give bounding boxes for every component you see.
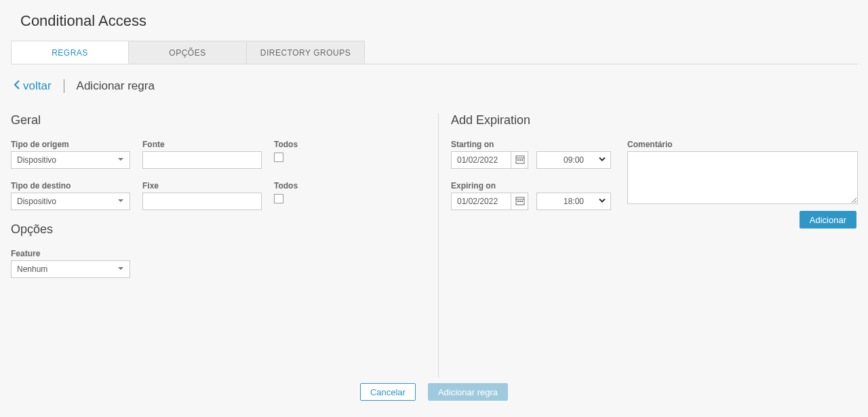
- feature-label: Feature: [11, 249, 130, 258]
- breadcrumb: voltar Adicionar regra: [14, 79, 857, 93]
- chevron-left-icon: [14, 79, 20, 93]
- back-link[interactable]: voltar: [14, 79, 52, 93]
- caret-down-icon: [117, 197, 124, 206]
- fixe-label: Fixe: [142, 181, 262, 191]
- starting-time-value: 09:00: [564, 155, 584, 165]
- svg-rect-9: [521, 201, 523, 202]
- breadcrumb-separator: [64, 79, 64, 93]
- expiring-time-select[interactable]: 18:00: [536, 193, 611, 210]
- todos1-label: Todos: [274, 140, 298, 149]
- comment-label: Comentário: [627, 140, 858, 149]
- fonte-label: Fonte: [142, 140, 262, 149]
- starting-on-label: Starting on: [451, 140, 611, 149]
- fixe-input[interactable]: [142, 193, 262, 210]
- dest-type-value: Dispositivo: [17, 197, 56, 206]
- svg-rect-3: [519, 159, 521, 161]
- section-heading-geral: Geral: [11, 113, 430, 127]
- dest-type-label: Tipo de destino: [11, 181, 130, 191]
- breadcrumb-current: Adicionar regra: [77, 79, 155, 93]
- tab-directory-groups[interactable]: DIRECTORY GROUPS: [247, 41, 365, 64]
- origin-type-select[interactable]: Dispositivo: [11, 151, 130, 169]
- svg-rect-8: [519, 201, 521, 202]
- origin-type-value: Dispositivo: [17, 155, 56, 165]
- tab-regras[interactable]: REGRAS: [11, 41, 129, 64]
- fonte-input[interactable]: [142, 151, 262, 169]
- expiring-time-value: 18:00: [564, 197, 584, 206]
- calendar-icon: [515, 155, 525, 166]
- calendar-icon: [515, 196, 525, 207]
- starting-time-select[interactable]: 09:00: [536, 151, 611, 169]
- expiring-date-calendar-button[interactable]: [511, 193, 528, 210]
- section-heading-opcoes: Opções: [11, 222, 430, 237]
- submit-button[interactable]: Adicionar regra: [428, 383, 508, 401]
- svg-rect-2: [517, 159, 519, 161]
- comment-textarea[interactable]: [627, 151, 858, 204]
- starting-date-calendar-button[interactable]: [511, 151, 528, 169]
- chevron-down-icon: [598, 155, 606, 165]
- feature-select[interactable]: Nenhum: [11, 260, 130, 278]
- cancel-button[interactable]: Cancelar: [360, 383, 416, 401]
- tab-opcoes[interactable]: OPÇÕES: [129, 41, 247, 64]
- origin-type-label: Tipo de origem: [11, 140, 130, 149]
- todos1-checkbox[interactable]: [274, 153, 283, 162]
- expiring-on-label: Expiring on: [451, 181, 611, 191]
- caret-down-icon: [117, 155, 124, 165]
- tab-bar: REGRAS OPÇÕES DIRECTORY GROUPS: [11, 41, 857, 64]
- section-heading-expiration: Add Expiration: [451, 113, 858, 127]
- svg-rect-4: [521, 159, 523, 161]
- chevron-down-icon: [598, 197, 606, 207]
- todos2-checkbox[interactable]: [274, 194, 283, 203]
- feature-value: Nenhum: [17, 264, 47, 274]
- add-expiration-button[interactable]: Adicionar: [800, 211, 856, 229]
- dest-type-select[interactable]: Dispositivo: [11, 193, 130, 210]
- todos2-label: Todos: [274, 181, 298, 191]
- back-link-label: voltar: [23, 79, 52, 93]
- page-title: Conditional Access: [20, 12, 857, 30]
- svg-rect-7: [517, 201, 519, 202]
- caret-down-icon: [117, 264, 124, 274]
